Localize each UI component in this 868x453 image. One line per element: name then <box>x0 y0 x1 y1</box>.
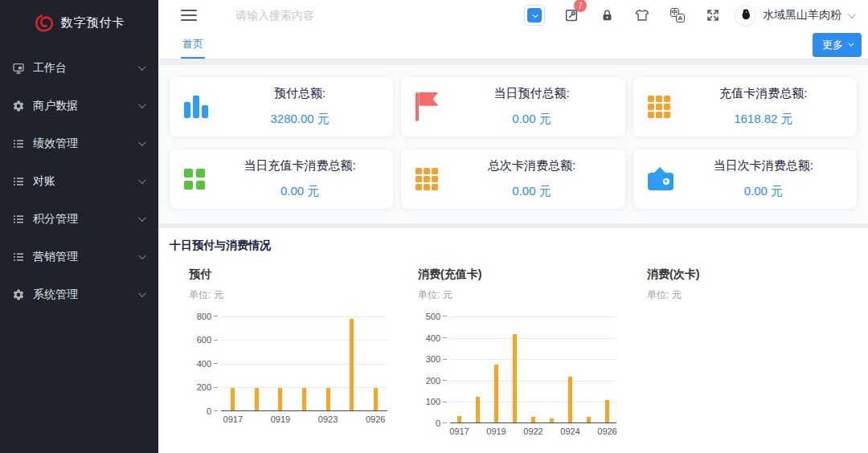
bar <box>326 388 330 410</box>
gridline <box>221 364 387 365</box>
app-root: 数字预付卡 工作台 商户数据 绩效管理 <box>0 0 868 453</box>
sidebar-item-label: 工作台 <box>33 61 138 76</box>
y-tick-label: 500 <box>418 312 447 321</box>
chevron-down-icon <box>138 100 146 108</box>
chevron-down-icon <box>848 10 856 18</box>
chevron-down-icon <box>138 63 146 71</box>
collapse-select-button[interactable] <box>524 5 545 26</box>
y-tick-label: 800 <box>189 312 218 321</box>
notification-badge: 7 <box>574 0 587 12</box>
bar <box>476 397 480 422</box>
grid-orange-icon <box>416 168 452 190</box>
sidebar-item-points[interactable]: 积分管理 <box>0 200 158 238</box>
app-title: 数字预付卡 <box>61 15 125 31</box>
language-button[interactable]: 中A <box>669 6 686 24</box>
y-tick-label: 0 <box>418 418 447 428</box>
gear-icon <box>11 99 25 112</box>
stat-cards-section: 预付总额: 3280.00 元 当日预付总额: 0.00 元 充值卡消费总额: … <box>158 65 868 223</box>
wallet-icon <box>648 167 685 191</box>
bar <box>587 417 591 422</box>
bar-chart-icon <box>184 96 221 118</box>
chart-subtitle: 单位: 元 <box>647 288 857 302</box>
chart-title: 消费(充值卡) <box>418 267 628 282</box>
gridline <box>450 338 616 339</box>
chart-consume-times-card: 消费(次卡) 单位: 元 <box>628 267 857 453</box>
search-input[interactable] <box>235 9 524 22</box>
gridline <box>450 316 616 317</box>
y-tick-label: 600 <box>189 335 218 345</box>
translate-icon: 中A <box>670 8 685 22</box>
chart-plot: 091709190922092409260100200300400500 <box>418 316 628 453</box>
chevron-down-icon <box>138 251 146 259</box>
chart-prepaid: 预付 单位: 元 09170919092309260200400600800 <box>170 267 399 453</box>
charts-section: 十日预付与消费情况 预付 单位: 元 091709190923092602004… <box>158 228 868 453</box>
sidebar-item-merchant-data[interactable]: 商户数据 <box>0 87 158 124</box>
x-tick-label: 0922 <box>523 426 542 436</box>
bar <box>568 377 572 422</box>
list-icon <box>11 212 25 226</box>
gear-icon <box>11 288 25 301</box>
stat-card-times-card-consume-total[interactable]: 总次卡消费总额: 0.00 元 <box>401 149 624 209</box>
tab-bar: 首页 更多 <box>158 31 868 59</box>
more-button-label: 更多 <box>822 38 843 52</box>
stat-card-today-prepaid[interactable]: 当日预付总额: 0.00 元 <box>401 77 624 137</box>
lock-button[interactable] <box>598 6 616 24</box>
stat-card-label: 充值卡消费总额: <box>685 86 842 101</box>
main-area: 7 中A <box>158 0 868 453</box>
more-button[interactable]: 更多 <box>813 33 862 57</box>
chevron-down-icon <box>848 41 854 47</box>
stat-card-value: 3280.00 元 <box>221 112 379 127</box>
x-tick-label: 0917 <box>449 426 469 436</box>
bar <box>531 417 535 422</box>
y-tick-label: 400 <box>418 333 447 343</box>
chevron-down-icon <box>527 8 542 22</box>
tab-home[interactable]: 首页 <box>181 31 205 59</box>
bar <box>605 400 609 422</box>
bar <box>513 334 517 422</box>
stat-card-value: 0.00 元 <box>685 184 842 199</box>
x-tick-label: 0919 <box>271 414 290 424</box>
stat-card-label: 预付总额: <box>221 86 379 101</box>
charts-row: 预付 单位: 元 09170919092309260200400600800 消… <box>170 267 857 453</box>
chart-consume-recharge: 消费(充值卡) 单位: 元 09170919092209240926010020… <box>399 267 628 453</box>
grid-orange-icon <box>648 96 685 118</box>
theme-button[interactable] <box>633 6 651 24</box>
avatar <box>735 5 756 27</box>
list-icon <box>11 250 25 263</box>
grid-green-icon <box>184 169 221 190</box>
y-tick-label: 0 <box>189 406 218 416</box>
hamburger-menu-icon[interactable] <box>181 10 197 21</box>
chart-subtitle: 单位: 元 <box>189 288 399 302</box>
gridline <box>450 381 616 382</box>
sidebar-item-performance[interactable]: 绩效管理 <box>0 124 158 162</box>
sidebar-item-marketing[interactable]: 营销管理 <box>0 238 158 275</box>
section-title: 十日预付与消费情况 <box>170 239 857 253</box>
bar <box>255 388 259 410</box>
tools-notification-button[interactable]: 7 <box>563 6 580 24</box>
plot-area: 0917091909230926 <box>221 316 387 411</box>
workbench-icon <box>11 61 25 75</box>
lock-icon <box>600 9 614 22</box>
top-bar: 7 中A <box>158 0 868 31</box>
bar <box>374 388 378 410</box>
sidebar-item-workbench[interactable]: 工作台 <box>0 49 158 87</box>
plot-area: 09170919092209240926 <box>450 316 616 423</box>
fullscreen-icon <box>706 8 720 22</box>
sidebar-item-system[interactable]: 系统管理 <box>0 275 158 313</box>
bar <box>457 416 461 422</box>
sidebar-item-reconciliation[interactable]: 对账 <box>0 162 158 200</box>
chart-title: 预付 <box>189 267 399 282</box>
stat-card-label: 当日次卡消费总额: <box>685 158 842 173</box>
y-tick-label: 100 <box>418 397 447 406</box>
fullscreen-button[interactable] <box>704 6 722 24</box>
y-tick-label: 200 <box>189 382 218 392</box>
stat-card-prepaid-total[interactable]: 预付总额: 3280.00 元 <box>170 77 393 137</box>
gridline <box>450 359 616 360</box>
stat-card-today-times-card-consume[interactable]: 当日次卡消费总额: 0.00 元 <box>633 149 857 209</box>
stat-card-recharge-consume-total[interactable]: 充值卡消费总额: 1618.82 元 <box>633 77 857 137</box>
sidebar-item-label: 积分管理 <box>33 212 138 226</box>
user-menu[interactable]: 水域黑山羊肉粉 <box>735 5 854 27</box>
stat-card-today-recharge-consume[interactable]: 当日充值卡消费总额: 0.00 元 <box>170 149 393 209</box>
gridline <box>221 340 387 341</box>
chart-plot: 09170919092309260200400600800 <box>189 316 399 453</box>
